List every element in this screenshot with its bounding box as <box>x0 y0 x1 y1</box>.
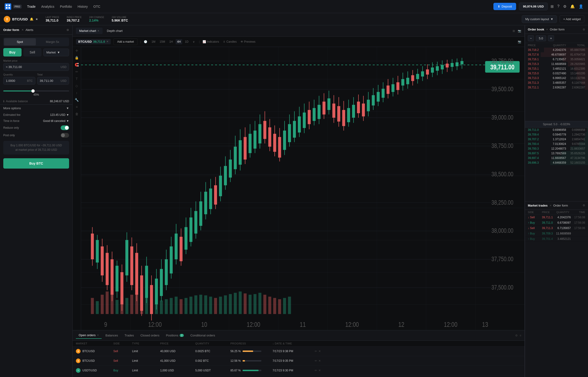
indicators-button[interactable]: 📈 Indicators <box>202 40 219 43</box>
market-chart-tab[interactable]: Market chart ✕ <box>76 28 103 34</box>
shapes-icon[interactable]: ◇ <box>75 84 78 88</box>
help-icon[interactable]: ? <box>557 4 559 9</box>
time-1d[interactable]: 1D <box>184 39 190 44</box>
filter-icon[interactable]: ⚙ <box>515 334 518 337</box>
order-form-right-tab[interactable]: Order form <box>550 28 565 31</box>
more-options-row[interactable]: More options ▼ <box>0 104 72 112</box>
edit-icon[interactable]: ✏ <box>315 359 317 363</box>
quantity-slider[interactable] <box>3 91 69 92</box>
sort-icon[interactable]: ≡ <box>520 334 521 337</box>
time-more[interactable]: ∨ <box>191 39 196 44</box>
open-orders-tab[interactable]: Open orders ✕ <box>76 332 102 339</box>
ob-bid-row[interactable]: 39,707.21.37120242.6654741 <box>525 137 588 141</box>
ob-ask-row[interactable]: 39,713.36.996514213.1132786 <box>525 76 588 80</box>
order-form-close-icon[interactable]: ✕ <box>22 28 24 31</box>
depth-chart-tab[interactable]: Depth chart <box>103 28 126 34</box>
user-icon[interactable]: 👤 <box>579 4 583 9</box>
closed-orders-tab[interactable]: Closed orders <box>138 332 162 339</box>
settings-icon[interactable]: ⚙ <box>563 4 566 9</box>
lock-icon[interactable]: 🔒 <box>75 56 79 59</box>
text-icon[interactable]: T <box>76 77 78 81</box>
ob-bid-row[interactable]: 39,711.00.69969580.6996958 <box>525 128 588 132</box>
star-icon[interactable]: ★ <box>35 17 38 21</box>
post-only-toggle[interactable] <box>61 133 69 138</box>
ob-ask-row[interactable]: 39,715.13.485212116.6312395 <box>525 66 588 71</box>
order-form-gear-icon[interactable]: ⚙ <box>67 28 69 32</box>
bell-icon[interactable]: 🔔 <box>570 4 575 9</box>
time-1m[interactable]: 1M <box>150 39 157 44</box>
expand-icon[interactable]: ⊞ <box>513 29 515 33</box>
cancel-icon[interactable]: ✕ <box>319 369 321 372</box>
margin-button[interactable]: Margin 5x <box>37 38 69 46</box>
magnet-icon[interactable]: 🧲 <box>75 63 79 67</box>
ob-bid-row[interactable]: 39,697.513.769256935.6526226 <box>525 151 588 156</box>
sell-button[interactable]: Sell <box>23 48 42 57</box>
nav-otc[interactable]: OTC <box>93 3 100 10</box>
orderbook-close-icon[interactable]: ✕ <box>546 28 548 31</box>
deposit-button[interactable]: ⬇ Deposit <box>493 3 516 10</box>
total-input[interactable]: USD <box>37 77 69 85</box>
market-chart-close-icon[interactable]: ✕ <box>97 30 99 32</box>
ob-ask-row[interactable]: 39,715.00.032749013.1460295 <box>525 71 588 76</box>
nav-portfolio[interactable]: Portfolio <box>60 3 72 10</box>
layout-selector[interactable]: My custom layout ▼ <box>522 15 557 23</box>
alerts-tab[interactable]: Alerts <box>25 28 33 32</box>
alert-icon[interactable]: 🔔 <box>30 17 33 21</box>
quantity-input-field[interactable] <box>6 79 27 82</box>
open-orders-close-icon[interactable]: ✕ <box>97 334 99 336</box>
buy-button[interactable]: Buy <box>3 48 22 57</box>
ob-ask-row[interactable]: 39,716.16.713565735.0056621 <box>525 57 588 62</box>
trash-icon[interactable]: 🗑 <box>75 112 78 116</box>
grid-icon[interactable]: ⊞ <box>551 4 554 9</box>
balances-tab[interactable]: Balances <box>103 332 121 339</box>
nav-trade[interactable]: Trade <box>27 3 36 10</box>
pencil-icon[interactable]: ✏ <box>75 70 78 74</box>
reduce-only-toggle[interactable] <box>61 125 69 130</box>
buy-btc-button[interactable]: Buy BTC <box>3 158 69 169</box>
ob-ask-row[interactable]: 39,711.12.63622872.6362287 <box>525 85 588 90</box>
add-market-button[interactable]: Add a market <box>114 38 137 45</box>
candles-button[interactable]: 🕯 Candles <box>223 40 236 43</box>
ob-bid-row[interactable]: 39,700.47.01308249.6785584 <box>525 141 588 146</box>
ob-ask-row[interactable]: 39,715.311.660856928.2920965 <box>525 62 588 66</box>
nav-history[interactable]: History <box>78 3 88 10</box>
time-4h[interactable]: 4H <box>176 39 182 44</box>
nav-analytics[interactable]: Analytics <box>41 3 54 10</box>
market-trades-gear-icon[interactable]: ⚙ <box>583 204 585 207</box>
ob-minus-button[interactable]: − <box>528 35 534 41</box>
total-input-field[interactable] <box>40 79 61 82</box>
edit-icon[interactable]: ✏ <box>315 369 317 372</box>
ob-ask-row[interactable]: 39,718.24.204237685.8807095 <box>525 47 588 52</box>
quantity-input[interactable]: BTC <box>3 77 35 85</box>
ob-ask-row[interactable]: 39,711.33.48053576.1167644 <box>525 80 588 85</box>
screenshot-icon[interactable]: 📷 <box>518 40 521 43</box>
order-form-tab[interactable]: Order form <box>3 28 19 32</box>
positions-tab[interactable]: Positions 2 <box>163 332 187 339</box>
cancel-icon[interactable]: ✕ <box>319 359 321 363</box>
layers-icon[interactable]: ≡ <box>76 105 78 109</box>
camera-icon[interactable]: 📷 <box>518 29 521 33</box>
order-type-select[interactable]: Market ▼ <box>43 48 69 56</box>
ob-ask-row[interactable]: 39,717.646.670809781.6764718 <box>525 52 588 57</box>
previews-button[interactable]: 👁 Previews <box>241 40 255 43</box>
ob-bid-row[interactable]: 39,696.34.846835952.1603155 <box>525 160 588 165</box>
add-widget-button[interactable]: + Add widget <box>560 15 584 23</box>
trades-tab[interactable]: Trades <box>122 332 137 339</box>
ob-bid-row[interactable]: 39,700.312.204807321.8833657 <box>525 146 588 151</box>
ob-plus-button[interactable]: + <box>548 35 554 41</box>
time-1h[interactable]: 1H <box>168 39 174 44</box>
edit-icon[interactable]: ✏ <box>315 350 317 353</box>
time-15m[interactable]: 15M <box>158 39 166 44</box>
crosshair-icon[interactable]: ✛ <box>75 49 78 53</box>
market-trades-tab[interactable]: Market trades <box>528 204 548 207</box>
market-price-input[interactable]: ≈ 39,711.00 USD <box>3 63 69 71</box>
orderbook-gear-icon[interactable]: ⚙ <box>583 28 585 31</box>
ob-bid-row[interactable]: 39,697.411.660856747.3134796 <box>525 156 588 160</box>
market-trades-close-icon[interactable]: ✕ <box>550 204 552 207</box>
conditional-orders-tab[interactable]: Conditional orders <box>188 332 218 339</box>
time-in-force-value[interactable]: Good till canceled ▼ <box>43 119 69 123</box>
wrench-icon[interactable]: 🔧 <box>75 98 79 102</box>
measure-icon[interactable]: ↕ <box>76 91 78 95</box>
order-form-trades-tab[interactable]: Order form <box>553 204 568 207</box>
close-icon[interactable]: ✕ <box>106 40 108 43</box>
